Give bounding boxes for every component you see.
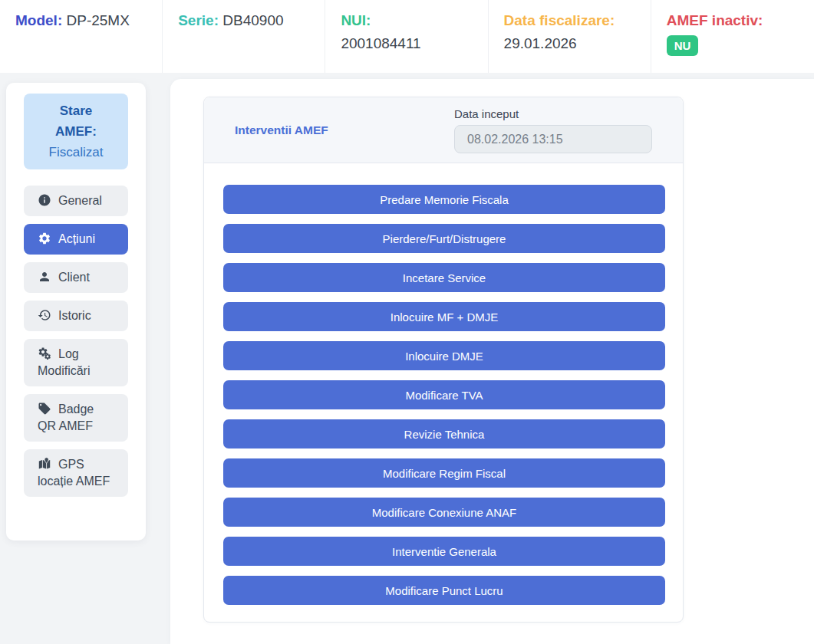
status-badge: NU: [667, 35, 699, 56]
model-label: Model:: [15, 12, 62, 28]
data-fiscalizare-label: Data fiscalizare:: [504, 12, 615, 28]
action-modificare-regim-fiscal[interactable]: Modificare Regim Fiscal: [223, 458, 665, 488]
status-card-title: Stare AMEF:: [55, 104, 97, 139]
action-incetare-service[interactable]: Incetare Service: [223, 263, 665, 292]
action-revizie-tehnica[interactable]: Revizie Tehnica: [223, 419, 665, 449]
card-title: Interventii AMEF: [235, 123, 328, 137]
nui-value: 2001084411: [341, 33, 472, 54]
action-predare-memorie-fiscala[interactable]: Predare Memorie Fiscala: [223, 185, 665, 214]
sidebar-item-gps-locatie-amef[interactable]: GPS locație AMEF: [24, 449, 128, 497]
action-interventie-generala[interactable]: Interventie Generala: [223, 537, 665, 566]
sidebar-item-badge-qr-amef[interactable]: Badge QR AMEF: [24, 394, 128, 442]
sidebar-item-label: Client: [58, 271, 90, 284]
header-field-nui: NUI: 2001084411: [325, 0, 488, 73]
sidebar-item-log-modificari[interactable]: Log Modificări: [24, 339, 128, 386]
page-background: Interventii AMEF Data inceput Predare Me…: [0, 73, 814, 644]
data-fiscalizare-value: 29.01.2026: [504, 33, 635, 54]
date-label: Data inceput: [454, 107, 652, 120]
action-inlocuire-mf-dmje[interactable]: Inlocuire MF + DMJE: [223, 302, 665, 331]
action-modificare-conexiune-anaf[interactable]: Modificare Conexiune ANAF: [223, 498, 665, 527]
serie-label: Serie:: [178, 12, 219, 28]
action-pierdere-furt-distrugere[interactable]: Pierdere/Furt/Distrugere: [223, 224, 665, 253]
action-inlocuire-dmje[interactable]: Inlocuire DMJE: [223, 341, 665, 370]
sidebar-item-label: Acțiuni: [58, 232, 95, 245]
main-panel: Interventii AMEF Data inceput Predare Me…: [170, 79, 814, 644]
sidebar: Stare AMEF: Fiscalizat General Acțiuni C…: [6, 83, 146, 540]
info-circle-icon: [38, 193, 51, 207]
header-field-model: Model: DP-25MX: [0, 0, 163, 73]
history-icon: [38, 308, 51, 322]
serie-value: DB40900: [222, 12, 283, 28]
user-icon: [38, 270, 51, 284]
sidebar-item-general[interactable]: General: [24, 186, 128, 216]
amef-inactiv-label: AMEF inactiv:: [667, 12, 763, 28]
card-header: Interventii AMEF Data inceput: [204, 97, 683, 163]
sidebar-item-istoric[interactable]: Istoric: [24, 301, 128, 331]
header-field-data-fiscalizare: Data fiscalizare: 29.01.2026: [489, 0, 651, 73]
gears-icon: [38, 347, 51, 360]
date-input[interactable]: [454, 125, 652, 153]
tag-icon: [38, 402, 51, 416]
sidebar-item-label: Istoric: [58, 309, 91, 322]
actions-list: Predare Memorie Fiscala Pierdere/Furt/Di…: [204, 163, 683, 605]
status-card-value: Fiscalizat: [49, 145, 104, 159]
interventii-card: Interventii AMEF Data inceput Predare Me…: [203, 97, 684, 623]
topbar: Model: DP-25MX Serie: DB40900 NUI: 20010…: [0, 0, 814, 73]
sidebar-item-client[interactable]: Client: [24, 262, 128, 293]
sidebar-item-label: General: [58, 194, 102, 207]
date-field-group: Data inceput: [454, 97, 652, 163]
action-modificare-punct-lucru[interactable]: Modificare Punct Lucru: [223, 576, 665, 605]
nui-label: NUI:: [341, 12, 371, 28]
model-value: DP-25MX: [67, 12, 130, 28]
status-card: Stare AMEF: Fiscalizat: [24, 94, 128, 169]
header-field-amef-inactiv: AMEF inactiv: NU: [651, 0, 814, 73]
action-modificare-tva[interactable]: Modificare TVA: [223, 380, 665, 409]
gear-icon: [38, 232, 51, 245]
map-marker-map-icon: [38, 457, 51, 471]
sidebar-item-actiuni[interactable]: Acțiuni: [24, 224, 128, 255]
header-field-serie: Serie: DB40900: [163, 0, 325, 73]
